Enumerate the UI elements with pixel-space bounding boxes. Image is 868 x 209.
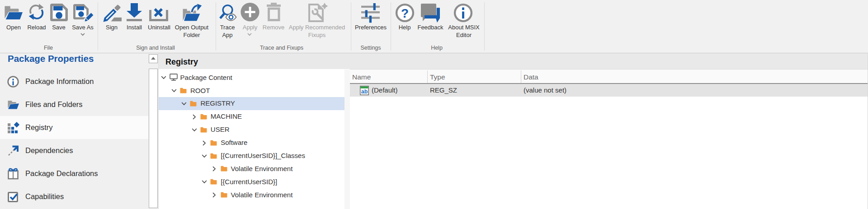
svg-text:ab: ab: [361, 88, 368, 95]
svg-text:?: ?: [401, 6, 409, 20]
